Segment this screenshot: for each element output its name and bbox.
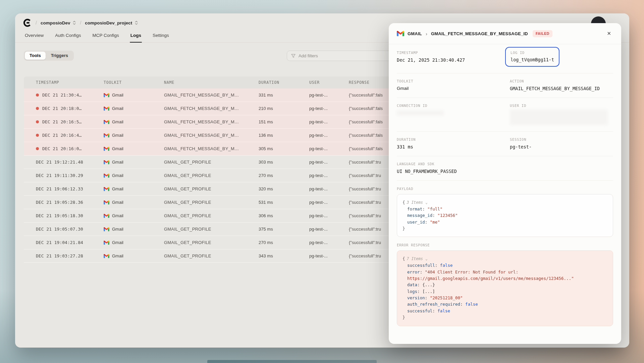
gmail-icon bbox=[104, 133, 109, 137]
project-switcher[interactable]: composioDev_project bbox=[85, 20, 138, 25]
cell-user: pg-test-... bbox=[309, 93, 349, 98]
close-icon[interactable]: ✕ bbox=[605, 30, 613, 37]
timestamp-text: DEC 21 19:05:07.30 bbox=[36, 227, 83, 232]
cell-toolkit: Gmail bbox=[104, 119, 164, 124]
gmail-icon bbox=[104, 214, 109, 218]
cell-user: pg-test-... bbox=[309, 200, 349, 205]
toolkit-name: Gmail bbox=[112, 213, 123, 218]
timestamp-text: DEC 21 19:12:21.48 bbox=[36, 160, 83, 165]
cell-timestamp: DEC 21 20:16:5… bbox=[36, 119, 104, 124]
cell-name: GMAIL_FETCH_MESSAGE_BY_M… bbox=[164, 146, 259, 151]
timestamp-text: DEC 21 20:18:0… bbox=[42, 106, 82, 111]
json-key: message_id bbox=[407, 213, 432, 218]
json-open-brace: {3 Items ⌄ bbox=[402, 199, 607, 206]
cell-name: GMAIL_FETCH_MESSAGE_BY_M… bbox=[164, 106, 259, 111]
project-name: composioDev_project bbox=[85, 20, 132, 25]
cell-name: GMAIL_FETCH_MESSAGE_BY_M… bbox=[164, 119, 259, 124]
segment-tools[interactable]: Tools bbox=[25, 52, 46, 60]
field-value: UI NO_FRAMEWORK_PASSED bbox=[397, 169, 613, 174]
tab-logs[interactable]: Logs bbox=[130, 29, 142, 42]
chevron-down-icon: ⌄ bbox=[423, 200, 428, 205]
log-detail-body: TIMESTAMP Dec 21, 2025 21:30:40.427 LOG … bbox=[389, 44, 621, 334]
cell-user: pg-test-... bbox=[309, 146, 349, 151]
column-header-duration: DURATION bbox=[259, 80, 309, 85]
log-id-focus-box[interactable]: LOG ID log_tVqomBgg11-t bbox=[505, 47, 559, 67]
json-key: successful bbox=[407, 308, 432, 313]
log-detail-header: GMAIL › GMAIL_FETCH_MESSAGE_BY_MESSAGE_I… bbox=[389, 23, 621, 44]
cell-timestamp: DEC 21 20:18:0… bbox=[36, 106, 104, 111]
column-header-toolkit: TOOLKIT bbox=[104, 80, 164, 85]
tab-mcp-configs[interactable]: MCP Configs bbox=[92, 29, 120, 42]
cell-name: GMAIL_GET_PROFILE bbox=[164, 227, 259, 232]
json-entry: format: "full" bbox=[402, 206, 607, 212]
json-entry: logs: [...] bbox=[402, 288, 607, 295]
field-label: USER ID bbox=[510, 104, 613, 108]
panel-toolkit-name: GMAIL bbox=[408, 31, 422, 36]
payload-json-viewer[interactable]: {3 Items ⌄format: "full"message_id: "123… bbox=[397, 194, 613, 237]
field-timestamp: TIMESTAMP Dec 21, 2025 21:30:40.427 bbox=[397, 51, 510, 67]
filter-funnel-icon bbox=[291, 54, 296, 58]
cell-timestamp: DEC 21 21:30:4… bbox=[36, 93, 104, 98]
cell-duration: 320 ms bbox=[259, 186, 309, 191]
segment-triggers[interactable]: Triggers bbox=[46, 52, 73, 60]
cell-duration: 151 ms bbox=[259, 119, 309, 124]
cell-name: GMAIL_GET_PROFILE bbox=[164, 253, 259, 258]
cell-timestamp: DEC 21 20:16:4… bbox=[36, 133, 104, 138]
json-entry: error: "404 Client Error: Not Found for … bbox=[402, 269, 607, 282]
redacted-value bbox=[397, 110, 444, 116]
json-value: "20251218_00" bbox=[430, 295, 463, 300]
chevron-updown-icon bbox=[135, 20, 138, 25]
failed-dot-icon bbox=[36, 107, 39, 110]
field-value: 331 ms bbox=[397, 144, 510, 149]
cell-name: GMAIL_GET_PROFILE bbox=[164, 186, 259, 191]
json-value: "me" bbox=[430, 220, 440, 225]
cell-duration: 210 ms bbox=[259, 106, 309, 111]
items-count-toggle[interactable]: 3 Items ⌄ bbox=[407, 200, 428, 205]
error-response-json-viewer[interactable]: {7 Items ⌄successfull: falseerror: "404 … bbox=[397, 250, 613, 326]
payload-section: PAYLOAD {3 Items ⌄format: "full"message_… bbox=[397, 181, 613, 237]
items-count-toggle[interactable]: 7 Items ⌄ bbox=[407, 256, 428, 261]
json-colon: : bbox=[420, 269, 425, 275]
field-row: LANGUAGE AND SDK UI NO_FRAMEWORK_PASSED bbox=[397, 156, 613, 181]
gmail-icon bbox=[104, 120, 109, 124]
cell-toolkit: Gmail bbox=[104, 106, 164, 111]
cell-name: GMAIL_GET_PROFILE bbox=[164, 213, 259, 218]
gmail-icon bbox=[104, 146, 109, 151]
failed-dot-icon bbox=[36, 147, 39, 150]
tab-auth-configs[interactable]: Auth Configs bbox=[54, 29, 82, 42]
json-entry: auth_refresh_required: false bbox=[402, 301, 607, 307]
toolkit-name: Gmail bbox=[112, 186, 123, 191]
cell-toolkit: Gmail bbox=[104, 213, 164, 218]
cell-user: pg-test-... bbox=[309, 160, 349, 165]
tab-overview[interactable]: Overview bbox=[24, 29, 44, 42]
json-key: logs bbox=[407, 289, 417, 294]
cell-user: pg-test-... bbox=[309, 227, 349, 232]
cell-duration: 343 ms bbox=[259, 253, 309, 258]
cell-name: GMAIL_GET_PROFILE bbox=[164, 173, 259, 178]
json-close-brace: } bbox=[402, 314, 607, 320]
timestamp-text: DEC 21 20:16:4… bbox=[42, 133, 82, 138]
failed-dot-icon bbox=[36, 94, 39, 97]
field-value: Gmail bbox=[397, 86, 510, 91]
toolkit-name: Gmail bbox=[112, 160, 123, 165]
gmail-icon bbox=[104, 200, 109, 204]
json-entry: data: {...} bbox=[402, 282, 607, 288]
breadcrumb-separator: / bbox=[36, 20, 37, 25]
timestamp-text: DEC 21 20:16:5… bbox=[42, 119, 82, 124]
cell-user: pg-test-... bbox=[309, 213, 349, 218]
cell-toolkit: Gmail bbox=[104, 173, 164, 178]
cell-toolkit: Gmail bbox=[104, 146, 164, 151]
org-switcher[interactable]: composioDev bbox=[41, 20, 76, 25]
composio-logo-icon bbox=[23, 18, 32, 27]
cell-name: GMAIL_GET_PROFILE bbox=[164, 240, 259, 245]
cell-timestamp: DEC 21 19:12:21.48 bbox=[36, 160, 104, 165]
tab-settings[interactable]: Settings bbox=[152, 29, 170, 42]
cell-name: GMAIL_FETCH_MESSAGE_BY_M… bbox=[164, 133, 259, 138]
field-row: TIMESTAMP Dec 21, 2025 21:30:40.427 LOG … bbox=[397, 45, 613, 73]
json-value: false bbox=[440, 263, 453, 268]
cell-duration: 375 ms bbox=[259, 227, 309, 232]
field-label: TIMESTAMP bbox=[397, 51, 510, 55]
gmail-icon bbox=[104, 254, 109, 258]
toolkit-name: Gmail bbox=[112, 227, 123, 232]
failed-dot-icon bbox=[36, 134, 39, 137]
